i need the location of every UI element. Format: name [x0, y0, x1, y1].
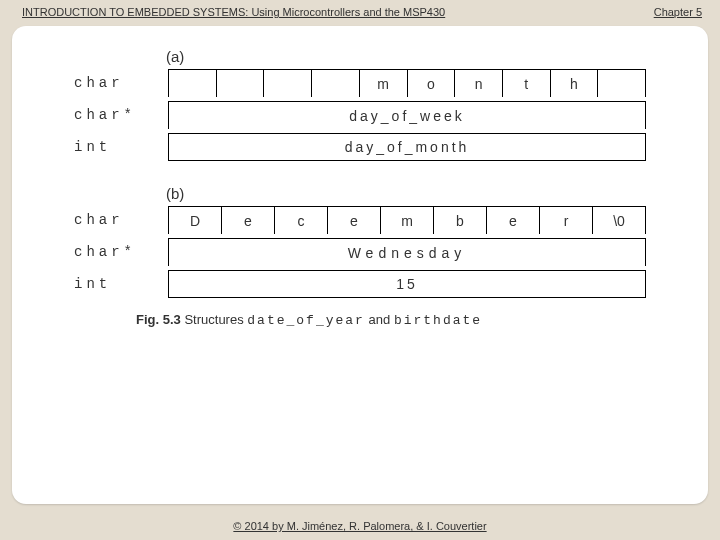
- row-int-b: int 15: [74, 270, 646, 298]
- cell: m: [381, 207, 434, 234]
- cell: [169, 70, 217, 97]
- cell: e: [487, 207, 540, 234]
- cell: b: [434, 207, 487, 234]
- row-char-b-label: char: [74, 206, 168, 234]
- int-b-value: 15: [169, 271, 645, 297]
- cell: m: [360, 70, 408, 97]
- cell: [312, 70, 360, 97]
- cell: r: [540, 207, 593, 234]
- row-charp-a-label: char*: [74, 101, 168, 129]
- row-int-a: int day_of_month: [74, 133, 646, 161]
- cell: [217, 70, 265, 97]
- panel-a: (a) char m o n t h char* day_o: [74, 48, 646, 161]
- panel-b-label: (b): [166, 185, 646, 202]
- figure-caption: Fig. 5.3 Structures date_of_year and bir…: [136, 312, 646, 328]
- row-int-a-label: int: [74, 133, 168, 161]
- row-char-a-label: char: [74, 69, 168, 97]
- panel-b: (b) char D e c e m b e r \0 char* Wednes…: [74, 185, 646, 298]
- page-header: INTRODUCTION TO EMBEDDED SYSTEMS: Using …: [0, 0, 720, 18]
- caption-word2: and: [369, 312, 391, 327]
- row-charp-b: char* Wednesday: [74, 238, 646, 266]
- char-b-cells: D e c e m b e r \0: [169, 207, 645, 234]
- panel-a-label: (a): [166, 48, 646, 65]
- cell: t: [503, 70, 551, 97]
- cell: [264, 70, 312, 97]
- charp-a-value: day_of_week: [169, 102, 645, 129]
- cell: o: [408, 70, 456, 97]
- int-a-value: day_of_month: [169, 134, 645, 160]
- cell: \0: [593, 207, 645, 234]
- row-int-b-label: int: [74, 270, 168, 298]
- cell: c: [275, 207, 328, 234]
- cell: D: [169, 207, 222, 234]
- cell: e: [222, 207, 275, 234]
- caption-word1: Structures: [184, 312, 243, 327]
- cell: e: [328, 207, 381, 234]
- cell: h: [551, 70, 599, 97]
- chapter-label: Chapter 5: [654, 6, 702, 18]
- book-title: INTRODUCTION TO EMBEDDED SYSTEMS: Using …: [22, 6, 445, 18]
- caption-code2: birthdate: [394, 313, 482, 328]
- cell: n: [455, 70, 503, 97]
- row-char-a: char m o n t h: [74, 69, 646, 97]
- row-charp-b-label: char*: [74, 238, 168, 266]
- cell: [598, 70, 645, 97]
- slide-body: (a) char m o n t h char* day_o: [12, 26, 708, 504]
- fig-number: Fig. 5.3: [136, 312, 181, 327]
- row-char-b: char D e c e m b e r \0: [74, 206, 646, 234]
- charp-b-value: Wednesday: [169, 239, 645, 266]
- char-a-cells: m o n t h: [169, 70, 645, 97]
- caption-code1: date_of_year: [247, 313, 365, 328]
- copyright-footer: © 2014 by M. Jiménez, R. Palomera, & I. …: [0, 520, 720, 532]
- row-charp-a: char* day_of_week: [74, 101, 646, 129]
